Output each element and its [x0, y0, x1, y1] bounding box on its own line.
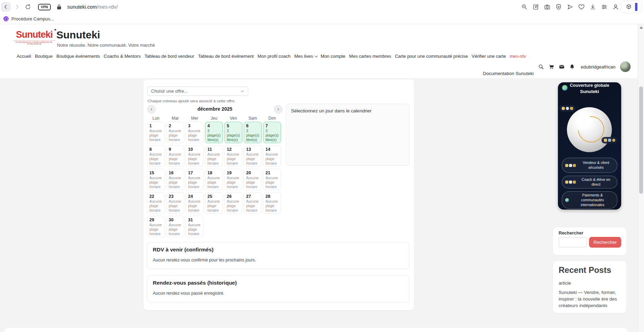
calendar-day-20[interactable]: 20Aucune plage horaire [244, 169, 262, 190]
post-link-2[interactable]: Sunuteki — Vendre, former, inspirer : la… [559, 289, 621, 309]
calendar-day-17[interactable]: 17Aucune plage horaire [186, 169, 204, 190]
cart-icon[interactable] [548, 64, 554, 70]
calendar-day-9[interactable]: 9Aucune plage horaire [166, 145, 184, 167]
nav-item-mon-compte[interactable]: Mon compte [321, 54, 346, 59]
calendar-day-5[interactable]: 53 plage(s) libre(s) [224, 122, 242, 143]
calendar-month-label: décembre 2025 [147, 106, 283, 112]
calendar-day-3[interactable]: 3Aucune plage horaire [186, 122, 204, 143]
calendar-day-2[interactable]: 2Aucune plage horaire [166, 122, 184, 143]
nav-item-boutique-v-nements[interactable]: Boutique événements [56, 54, 100, 59]
calendar-day-10[interactable]: 10Aucune plage horaire [186, 145, 204, 167]
calendar-grid: 1Aucune plage horaire2Aucune plage horai… [147, 122, 281, 237]
calendar-day-11[interactable]: 11Aucune plage horaire [205, 145, 223, 167]
weekday-dim: Dim [263, 116, 281, 121]
send-icon[interactable] [567, 3, 573, 10]
day-number: 8 [149, 147, 162, 152]
nav-item-coachs-mentors[interactable]: Coachs & Mentors [104, 54, 141, 59]
nav-item-tableau-de-bord-v-nement[interactable]: Tableau de bord événement [198, 54, 254, 59]
calendar-day-18[interactable]: 18Aucune plage horaire [205, 169, 223, 190]
nav-item-mon-profil-coach[interactable]: Mon profil coach [258, 54, 290, 59]
next-month-button[interactable]: › [274, 105, 283, 114]
calendar-day-8[interactable]: 8Aucune plage horaire [147, 145, 165, 167]
back-button[interactable] [1, 2, 10, 11]
calendar-day-4[interactable]: 43 plage(s) libre(s) [205, 122, 223, 143]
bookmark-item[interactable]: Procédure Campus... [11, 16, 54, 21]
nav-item-boutique[interactable]: Boutique [35, 54, 53, 59]
chevron-right-icon [13, 3, 20, 10]
calendar-day-28[interactable]: 28Aucune plage horaire [263, 192, 281, 214]
calendar-day-12[interactable]: 12Aucune plage horaire [224, 145, 242, 167]
nav-item-mes-rdv[interactable]: mes-rdv [510, 54, 526, 59]
compose-icon[interactable] [532, 3, 539, 10]
calendar-day-29[interactable]: 29Aucune plage horaire [147, 216, 165, 237]
sunuteki-logo[interactable]: Sunuteki★ NOTRE RÉUSSITE. NOTRE COMMUNAU… [13, 29, 55, 48]
nav-item-tableau-de-bord-vendeur[interactable]: Tableau de bord vendeur [144, 54, 194, 59]
search-label: Rechercher [559, 230, 584, 236]
post-link-1[interactable]: article [559, 280, 621, 286]
bell-icon[interactable] [569, 64, 575, 70]
forward-button[interactable] [12, 2, 21, 11]
vpn-badge[interactable]: VPN [38, 4, 51, 10]
coach-student-icons [565, 181, 576, 184]
promo-pill-paiements-communaut-s-internationales[interactable]: Paiements & communautés internationales [562, 191, 617, 209]
page-scrollbar[interactable] [638, 24, 644, 332]
address-bar[interactable]: sunuteki.com/mes-rdv/ [67, 4, 118, 10]
nav-item-mes-cartes-membres[interactable]: Mes cartes membres [349, 54, 391, 59]
calendar-day-25[interactable]: 25Aucune plage horaire [205, 192, 223, 214]
calendar-day-22[interactable]: 22Aucune plage horaire [147, 192, 165, 214]
search-icon[interactable] [538, 64, 544, 70]
calendar-day-16[interactable]: 16Aucune plage horaire [166, 169, 184, 190]
promo-title-line2: Sunuteki [558, 89, 621, 94]
reload-button[interactable] [24, 2, 32, 11]
calendar-day-15[interactable]: 15Aucune plage horaire [147, 169, 165, 190]
calendar-day-30[interactable]: 30Aucune plage horaire [166, 216, 184, 237]
search-button[interactable]: Rechercher [589, 237, 621, 248]
promo-pills: Vendeur & client sécurisésCoach & élève … [562, 158, 617, 209]
promo-pill-coach-l-ve-en-direct[interactable]: Coach & élève en direct [562, 176, 617, 188]
calendar-day-27[interactable]: 27Aucune plage horaire [244, 192, 262, 214]
day-number: 14 [265, 147, 279, 152]
search-input[interactable] [559, 237, 587, 247]
zoom-out-icon[interactable] [521, 3, 528, 10]
promo-pill-vendeur-client-s-curis-s[interactable]: Vendeur & client sécurisés [562, 158, 617, 173]
calendar-day-23[interactable]: 23Aucune plage horaire [166, 192, 184, 214]
extension-panel[interactable] [620, 1, 642, 13]
tune-sliders-icon[interactable] [601, 3, 608, 10]
calendar-day-24[interactable]: 24Aucune plage horaire [186, 192, 204, 214]
calendar-day-31[interactable]: 31Aucune plage horaire [186, 216, 204, 237]
nav-item-mes-lives[interactable]: Mes lives [294, 54, 317, 59]
day-status: Aucune plage horaire [188, 199, 201, 212]
username[interactable]: edubridgeafrican [581, 64, 616, 70]
scrollbar-thumb[interactable] [639, 86, 643, 194]
calendar-day-19[interactable]: 19Aucune plage horaire [224, 169, 242, 190]
promo-title-line1: Couverture globale [558, 83, 621, 88]
toolbar-actions [521, 0, 619, 14]
day-status: Aucune plage horaire [265, 176, 279, 189]
calendar-day-1[interactable]: 1Aucune plage horaire [147, 122, 165, 143]
calendar-day-21[interactable]: 21Aucune plage horaire [263, 169, 281, 190]
offer-select[interactable]: Choisir une offre... [147, 86, 248, 96]
header-actions: edubridgeafrican [538, 61, 631, 72]
day-status: 3 plage(s) libre(s) [227, 129, 240, 142]
calendar-day-6[interactable]: 63 plage(s) libre(s) [244, 122, 262, 143]
weekday-mar: Mar [166, 116, 184, 121]
avatar[interactable] [620, 61, 631, 72]
day-number: 28 [265, 194, 279, 199]
nav-item-carte-pour-une-communaut-pr-cise[interactable]: Carte pour une communauté précise [395, 54, 468, 59]
nav-item-documentation-sunuteki[interactable]: Documentation Sunuteki [483, 71, 534, 76]
lock-icon[interactable] [56, 3, 63, 10]
scrollbar-up-arrow-icon[interactable] [640, 26, 643, 29]
calendar-day-7[interactable]: 73 plage(s) libre(s) [263, 122, 281, 143]
calendar-day-13[interactable]: 13Aucune plage horaire [244, 145, 262, 167]
profile-icon[interactable] [612, 3, 619, 10]
calendar-day-26[interactable]: 26Aucune plage horaire [224, 192, 242, 214]
heart-icon[interactable] [578, 3, 585, 10]
nav-item-accueil[interactable]: Accueil [17, 54, 31, 59]
day-number: 4 [207, 123, 221, 128]
camera-icon[interactable] [544, 3, 551, 10]
shield-block-icon[interactable] [555, 3, 562, 10]
nav-item-v-rifier-une-carte[interactable]: Vérifier une carte [472, 54, 506, 59]
calendar-day-14[interactable]: 14Aucune plage horaire [263, 145, 281, 167]
mail-icon[interactable] [559, 64, 565, 70]
download-icon[interactable] [589, 3, 596, 10]
